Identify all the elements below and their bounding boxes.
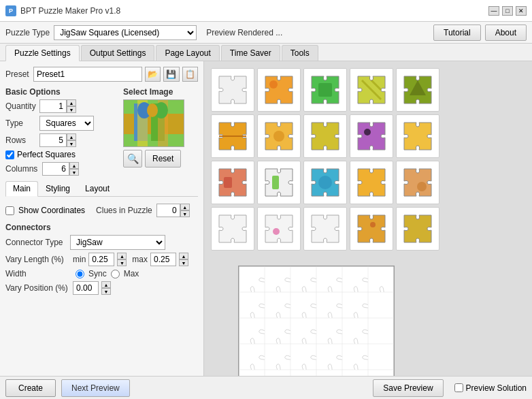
vary-length-label: Vary Length (%) — [5, 255, 70, 264]
inner-tab-styling[interactable]: Styling — [38, 181, 78, 196]
puzzle-piece — [396, 68, 439, 112]
vary-length-max-input[interactable] — [150, 253, 176, 266]
tab-output-settings[interactable]: Output Settings — [81, 45, 155, 61]
clues-down-button[interactable]: ▼ — [180, 210, 190, 217]
puzzle-type-select[interactable]: JigSaw Squares (Licensed) — [54, 25, 197, 40]
svg-rect-18 — [272, 176, 279, 189]
quantity-up-button[interactable]: ▲ — [67, 99, 76, 106]
search-image-button[interactable]: 🔍 — [123, 150, 142, 167]
columns-label: Columns — [5, 164, 39, 174]
width-radio-group: Sync Max — [76, 269, 139, 278]
thumbnail-image — [124, 100, 184, 146]
puzzle-piece — [396, 207, 439, 251]
puzzle-piece — [350, 114, 393, 158]
type-select[interactable]: Squares — [39, 116, 94, 131]
columns-up-button[interactable]: ▲ — [69, 162, 79, 169]
columns-input[interactable] — [42, 162, 69, 176]
type-row: Type Squares — [5, 116, 118, 131]
width-max-radio[interactable] — [111, 270, 120, 278]
show-coordinates-row: Show Coordinates Clues in Puzzle ▲ ▼ — [5, 204, 198, 217]
inner-tab-main[interactable]: Main — [5, 181, 38, 197]
vary-length-min-label: min — [73, 255, 86, 264]
show-coordinates-label: Show Coordinates — [18, 206, 85, 215]
open-preset-button[interactable]: 📂 — [145, 67, 161, 82]
rows-input[interactable] — [39, 133, 67, 147]
quantity-spin-buttons: ▲ ▼ — [67, 99, 76, 113]
preview-solution-checkbox[interactable] — [454, 383, 463, 392]
main-tab-content: Show Coordinates Clues in Puzzle ▲ ▼ Con… — [5, 201, 198, 300]
next-preview-button[interactable]: Next Preview — [61, 379, 130, 397]
preset-input[interactable] — [33, 67, 142, 82]
puzzle-piece — [211, 207, 254, 251]
vary-min-spin-buttons: ▲ ▼ — [117, 253, 127, 266]
svg-point-21 — [273, 228, 280, 235]
close-button[interactable]: ✕ — [516, 6, 527, 16]
vary-max-up-button[interactable]: ▲ — [179, 253, 188, 259]
right-preview-panel — [204, 61, 532, 376]
connector-type-select[interactable]: JigSaw — [70, 235, 165, 250]
puzzle-piece — [350, 161, 393, 204]
svg-point-20 — [417, 182, 427, 191]
tab-page-layout[interactable]: Page Layout — [156, 45, 219, 61]
about-button[interactable]: About — [485, 25, 527, 41]
columns-down-button[interactable]: ▼ — [69, 169, 79, 176]
vary-pos-down-button[interactable]: ▼ — [101, 288, 111, 295]
reset-button[interactable]: Reset — [145, 150, 181, 167]
inner-tab-layout[interactable]: Layout — [78, 181, 117, 196]
select-image-section: Select Image — [123, 87, 198, 176]
save-preset-button[interactable]: 💾 — [163, 67, 179, 82]
puzzle-piece — [396, 161, 439, 204]
app-icon: P — [5, 5, 16, 16]
perfect-squares-label: Perfect Squares — [17, 150, 76, 159]
vary-max-down-button[interactable]: ▼ — [179, 259, 188, 266]
puzzle-piece — [257, 207, 301, 251]
quantity-down-button[interactable]: ▼ — [67, 106, 76, 113]
puzzle-piece — [257, 68, 301, 112]
svg-point-22 — [370, 222, 376, 227]
large-puzzle-grid-container — [218, 260, 439, 376]
sync-label: Sync — [88, 269, 107, 278]
vary-min-up-button[interactable]: ▲ — [117, 253, 127, 259]
create-button[interactable]: Create — [5, 379, 56, 397]
minimize-button[interactable]: — — [488, 6, 499, 16]
clues-input[interactable] — [156, 204, 180, 217]
vary-position-label: Vary Position (%) — [5, 283, 70, 293]
puzzle-type-label: Puzzle Type — [5, 28, 50, 37]
puzzle-piece — [303, 68, 347, 112]
titlebar-controls: — □ ✕ — [488, 6, 527, 16]
tab-time-saver[interactable]: Time Saver — [221, 45, 280, 61]
quantity-input[interactable] — [39, 99, 67, 113]
puzzle-piece — [257, 161, 301, 204]
vary-position-input[interactable] — [73, 281, 99, 295]
preset-label: Preset — [5, 69, 31, 79]
maximize-button[interactable]: □ — [502, 6, 513, 16]
puzzle-piece — [303, 114, 347, 158]
rows-up-button[interactable]: ▲ — [67, 133, 76, 140]
tutorial-button[interactable]: Tutorial — [433, 25, 481, 41]
perfect-squares-checkbox[interactable] — [5, 150, 14, 159]
save-preview-button[interactable]: Save Preview — [373, 379, 443, 397]
tab-puzzle-settings[interactable]: Puzzle Settings — [5, 45, 80, 61]
clues-up-button[interactable]: ▲ — [180, 204, 190, 210]
left-panel: Preset 📂 💾 📋 Basic Options Quantity ▲ — [0, 61, 204, 376]
width-label: Width — [5, 269, 70, 278]
options-image-row: Basic Options Quantity ▲ ▼ Type — [5, 87, 198, 176]
vary-pos-up-button[interactable]: ▲ — [101, 281, 111, 288]
columns-spin-buttons: ▲ ▼ — [69, 162, 79, 176]
vary-length-min-input[interactable] — [88, 253, 114, 266]
basic-options-label: Basic Options — [5, 87, 118, 97]
tab-tools[interactable]: Tools — [282, 45, 318, 61]
main-content: Preset 📂 💾 📋 Basic Options Quantity ▲ — [0, 61, 532, 376]
main-tabbar: Puzzle Settings Output Settings Page Lay… — [0, 44, 532, 61]
puzzle-piece — [303, 207, 347, 251]
rows-down-button[interactable]: ▼ — [67, 140, 76, 147]
app-title: BPT Puzzle Maker Pro v1.8 — [20, 6, 120, 16]
titlebar: P BPT Puzzle Maker Pro v1.8 — □ ✕ — [0, 0, 532, 22]
vary-min-down-button[interactable]: ▼ — [117, 259, 127, 266]
puzzle-row-2 — [211, 114, 439, 158]
width-sync-radio[interactable] — [76, 270, 84, 278]
show-coordinates-checkbox[interactable] — [5, 206, 14, 215]
puzzle-piece — [350, 207, 393, 251]
clues-spinner: ▲ ▼ — [156, 204, 190, 217]
saveas-preset-button[interactable]: 📋 — [182, 67, 198, 82]
